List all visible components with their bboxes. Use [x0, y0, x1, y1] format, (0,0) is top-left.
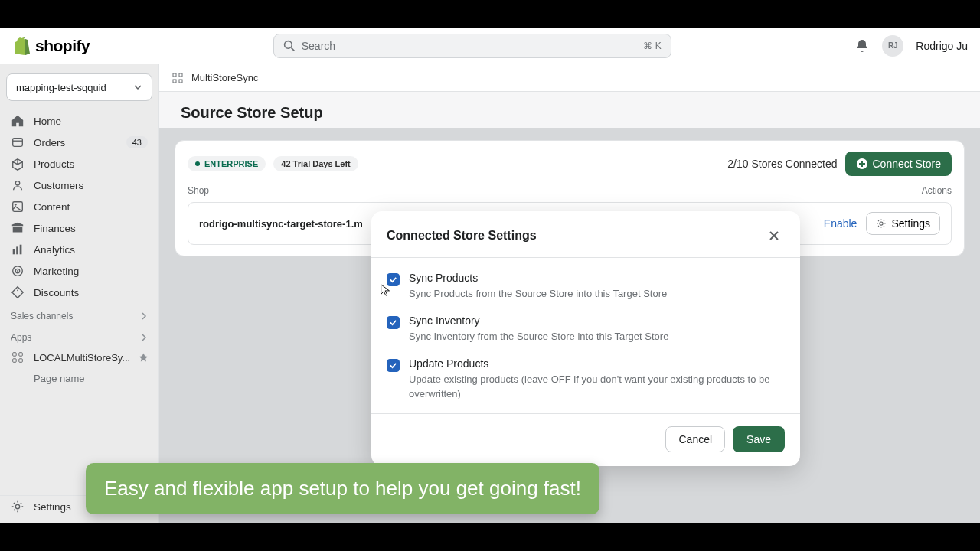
cancel-button[interactable]: Cancel [665, 426, 725, 452]
letterbox-top [0, 0, 980, 28]
checkbox-sync-products[interactable] [387, 273, 400, 286]
connect-store-button[interactable]: Connect Store [845, 152, 952, 176]
svg-rect-9 [20, 245, 22, 255]
top-bar: shopify Search ⌘ K RJ Rodrigo Ju [0, 28, 980, 64]
logo: shopify [12, 36, 90, 56]
table-header: Shop Actions [188, 176, 952, 202]
pin-icon[interactable] [139, 353, 148, 362]
svg-point-13 [17, 289, 18, 291]
app-icon [11, 350, 24, 364]
svg-line-1 [291, 47, 294, 51]
col-shop: Shop [188, 185, 209, 196]
row-actions: Enable Settings [824, 212, 940, 235]
connected-store-settings-modal: Connected Store Settings Sync Products S… [371, 211, 800, 466]
col-actions: Actions [922, 185, 952, 196]
sidebar-subpage[interactable]: Page name [0, 369, 158, 388]
orders-badge: 43 [126, 136, 148, 148]
nav-section-sales-channels[interactable]: Sales channels [0, 303, 158, 324]
chevron-right-icon [140, 334, 148, 341]
svg-rect-14 [13, 353, 17, 357]
topbar-right: RJ Rodrigo Ju [854, 35, 968, 57]
username: Rodrigo Ju [916, 40, 968, 52]
finances-icon [11, 221, 24, 235]
brand-text: shopify [35, 37, 90, 55]
chevron-down-icon [133, 83, 142, 92]
gear-icon [876, 218, 887, 229]
search-kbd: ⌘ K [643, 41, 661, 51]
modal-title: Connected Store Settings [387, 229, 537, 243]
option-title: Update Products [409, 357, 785, 370]
svg-rect-19 [173, 73, 176, 77]
svg-rect-17 [19, 359, 23, 363]
close-button[interactable] [763, 225, 785, 246]
plus-icon [856, 158, 868, 170]
orders-icon [11, 135, 24, 149]
modal-footer: Cancel Save [371, 413, 800, 466]
search-input[interactable]: Search ⌘ K [273, 34, 671, 58]
app-icon [172, 72, 184, 84]
analytics-icon [11, 243, 24, 256]
sidebar-item-orders[interactable]: Orders 43 [0, 132, 158, 153]
sidebar-item-products[interactable]: Products [0, 153, 158, 174]
close-icon [766, 228, 782, 243]
nav-section-apps[interactable]: Apps [0, 324, 158, 346]
home-icon [11, 114, 24, 128]
svg-point-12 [17, 270, 18, 272]
option-sync-inventory: Sync Inventory Sync Inventory from the S… [387, 315, 785, 344]
page-title: Source Store Setup [159, 92, 980, 128]
trial-badge: 42 Trial Days Left [273, 156, 358, 171]
svg-rect-7 [13, 249, 15, 254]
modal-header: Connected Store Settings [371, 211, 800, 258]
option-sync-products: Sync Products Sync Products from the Sou… [387, 272, 785, 301]
breadcrumb-label[interactable]: MultiStoreSync [191, 72, 258, 83]
search-wrap: Search ⌘ K [273, 34, 671, 58]
sidebar-item-marketing[interactable]: Marketing [0, 260, 158, 282]
sidebar-item-finances[interactable]: Finances [0, 217, 158, 239]
svg-rect-22 [179, 80, 182, 83]
avatar[interactable]: RJ [882, 35, 903, 57]
save-button[interactable]: Save [733, 426, 785, 452]
row-settings-button[interactable]: Settings [866, 212, 940, 235]
sidebar-item-analytics[interactable]: Analytics [0, 239, 158, 260]
option-update-products: Update Products Update existing products… [387, 357, 785, 400]
sidebar-item-customers[interactable]: Customers [0, 174, 158, 196]
store-switcher[interactable]: mapping-test-sqquid [6, 73, 152, 101]
sidebar-item-discounts[interactable]: Discounts [0, 282, 158, 303]
svg-rect-15 [19, 353, 23, 357]
svg-rect-2 [13, 139, 23, 147]
discounts-icon [11, 285, 24, 299]
search-placeholder: Search [302, 40, 335, 52]
checkbox-update-products[interactable] [387, 359, 400, 372]
sidebar-app-item[interactable]: LOCALMultiStoreSy... [0, 346, 158, 369]
check-icon [389, 361, 397, 370]
letterbox-bottom [0, 523, 980, 551]
svg-point-24 [880, 222, 883, 225]
gear-icon [11, 500, 24, 514]
svg-rect-21 [173, 80, 176, 83]
notifications-icon[interactable] [854, 38, 870, 54]
svg-rect-20 [179, 73, 182, 77]
svg-point-4 [15, 181, 19, 185]
checkbox-sync-inventory[interactable] [387, 316, 400, 329]
sidebar-item-content[interactable]: Content [0, 196, 158, 217]
promo-toast: Easy and flexible app setup to help you … [86, 463, 599, 514]
option-desc: Update existing products (leave OFF if y… [409, 373, 785, 400]
svg-rect-8 [16, 246, 18, 254]
svg-point-18 [15, 504, 19, 508]
option-desc: Sync Inventory from the Source Store int… [409, 330, 668, 344]
search-icon [283, 40, 296, 52]
option-desc: Sync Products from the Source Store into… [409, 287, 667, 301]
sidebar-item-home[interactable]: Home [0, 110, 158, 132]
tier-badge: ENTERPRISE [188, 156, 266, 171]
customers-icon [11, 178, 24, 192]
sidebar: mapping-test-sqquid Home Orders 43 Produ… [0, 64, 159, 523]
modal-body: Sync Products Sync Products from the Sou… [371, 258, 800, 407]
enable-button[interactable]: Enable [824, 217, 858, 230]
marketing-icon [11, 264, 24, 278]
shopify-icon [12, 36, 31, 56]
breadcrumb: MultiStoreSync [159, 64, 980, 92]
svg-point-0 [284, 41, 292, 48]
content-icon [11, 200, 24, 214]
products-icon [11, 157, 24, 171]
stores-connected-label: 2/10 Stores Connected [727, 158, 837, 170]
